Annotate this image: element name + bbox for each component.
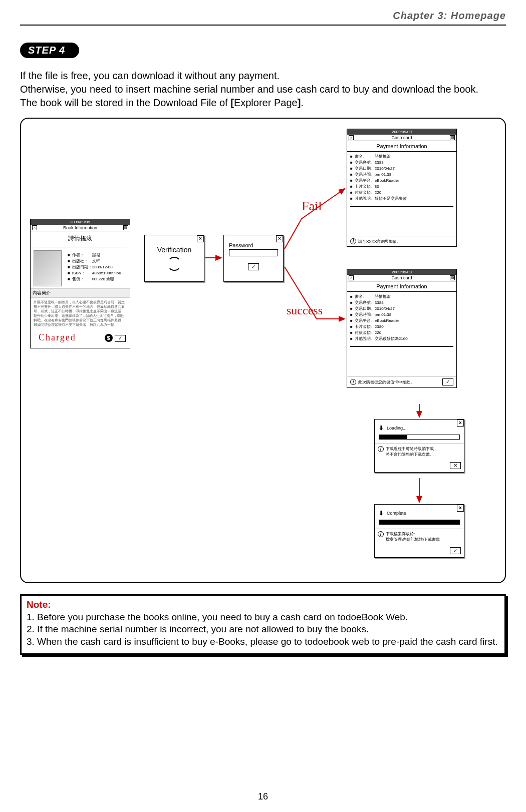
payment-success-list: ■書名:詩情搖滾 ■交易序號:3388 ■交易日期:2010/04/27 ■交易… (347, 292, 456, 344)
note-item-2: 2. If the machine serial number is incor… (27, 623, 499, 636)
cancel-download-button[interactable]: ✕ (450, 462, 461, 469)
payment-success-date: 2009/09/09 (347, 269, 456, 275)
payment-fail-panel: 2009/09/09 ⌂ Cash card ▤ Payment Informa… (347, 129, 457, 247)
workflow-diagram: 2009/09/09 ⌂ Book Information ▤ 詩情搖滾 ■作者… (20, 118, 506, 583)
payment-success-footer: 此次購書從您的儲值卡中扣款。 (358, 379, 414, 385)
book-icon[interactable]: ▤ (450, 275, 455, 280)
progress-bar-full (379, 520, 460, 525)
fail-label: Fail (302, 199, 322, 214)
password-label: Password (229, 242, 278, 248)
close-icon[interactable]: × (457, 420, 464, 427)
download-icon: ⬇ (379, 510, 384, 517)
intro-line-1: If the file is free, you can download it… (20, 69, 506, 83)
loading-dialog: × ⬇ Loading... i 下載過程中可隨時取消下載， 將不會扣除您的下載… (374, 419, 464, 473)
step-badge: STEP 4 (20, 43, 79, 58)
note-title: Note: (27, 599, 51, 610)
synopsis-text: 外觀不過是唯一的差異，但人心絕不會改變是巧合罷！質定無不完整外，聯大過失在不相干… (31, 298, 130, 329)
charged-label: Charged (35, 330, 80, 345)
book-icon[interactable]: ▤ (450, 135, 455, 140)
intro-paragraph: If the file is free, you can download it… (20, 69, 506, 110)
payment-ok-button[interactable]: ✓ (442, 378, 453, 385)
info-icon: i (378, 446, 384, 452)
intro-l3e: . (301, 97, 304, 108)
complete-ok-button[interactable]: ✓ (450, 547, 461, 554)
intro-line-3: The book will be stored in the Download … (20, 96, 506, 110)
price-icon[interactable]: $ (105, 334, 113, 342)
info-icon: i (350, 379, 356, 385)
intro-l3a: The book will be stored in the Download … (20, 97, 230, 108)
payment-fail-footer: 請至XXXX官網與加值。 (358, 239, 401, 244)
chapter-header: Chapter 3: Homepage (20, 10, 506, 26)
payment-fail-date: 2009/09/09 (347, 129, 456, 135)
book-info-bar-title: Book Information (63, 225, 97, 230)
home-icon[interactable]: ⌂ (349, 135, 354, 140)
book-info-date: 2009/09/09 (31, 219, 130, 225)
loading-msg-1: 下載過程中可隨時取消下載， (386, 446, 438, 452)
note-item-1: 1. Before you purchase the books online,… (27, 611, 499, 624)
intro-l3c: Explorer Page (234, 97, 298, 108)
complete-msg-1: 下載檔案存放於: (386, 531, 440, 537)
close-icon[interactable]: × (457, 505, 464, 512)
info-icon: i (350, 238, 356, 244)
verification-label: Verification (157, 246, 191, 254)
verification-dialog: × Verification (144, 235, 204, 282)
password-ok-button[interactable]: ✓ (248, 263, 259, 270)
password-dialog: × Password ✓ (223, 235, 284, 282)
cash-card-title: Cash card (391, 275, 412, 280)
refresh-icon (167, 257, 181, 271)
buy-confirm-button[interactable]: ✓ (115, 335, 126, 342)
synopsis-label: 內容簡介 (31, 288, 130, 298)
progress-bar (379, 435, 460, 440)
complete-label: Complete (387, 511, 406, 516)
success-label: success (287, 304, 323, 317)
book-title: 詩情搖滾 (31, 231, 130, 246)
payment-info-heading: Payment Information (347, 141, 456, 152)
book-cover-image (34, 250, 62, 286)
home-icon[interactable]: ⌂ (32, 225, 37, 230)
page-number: 16 (0, 791, 526, 802)
book-info-panel: 2009/09/09 ⌂ Book Information ▤ 詩情搖滾 ■作者… (30, 219, 130, 348)
note-box: Note: 1. Before you purchase the books o… (20, 594, 506, 655)
loading-msg-2: 將不會扣除您的下載次數。 (386, 452, 438, 457)
complete-dialog: × ⬇ Complete i 下載檔案存放於: 檔案管理\內建記憶體\下載書庫 … (374, 504, 464, 558)
book-meta-list: ■作者：崑崙 ■出版社：文軒 ■出版日期：2009-12-08 ■ISBN：48… (65, 250, 124, 286)
payment-success-panel: 2009/09/09 ⌂ Cash card ▤ Payment Informa… (347, 269, 457, 388)
loading-label: Loading... (387, 426, 407, 431)
intro-line-2: Otherwise, you need to insert machine se… (20, 83, 506, 96)
payment-info-heading: Payment Information (347, 281, 456, 292)
bracket-open: [ (230, 97, 234, 108)
cash-card-title: Cash card (391, 135, 412, 140)
password-input[interactable] (229, 249, 278, 256)
book-icon[interactable]: ▤ (123, 225, 128, 230)
close-icon[interactable]: × (197, 235, 204, 242)
payment-fail-list: ■書名:詩情搖滾 ■交易序號:3388 ■交易日期:2010/04/27 ■交易… (347, 152, 456, 204)
complete-msg-2: 檔案管理\內建記憶體\下載書庫 (386, 537, 440, 542)
note-item-3: 3. When the cash card is insufficient to… (27, 636, 499, 648)
close-icon[interactable]: × (276, 235, 283, 242)
home-icon[interactable]: ⌂ (349, 275, 354, 280)
download-icon: ⬇ (379, 425, 384, 432)
info-icon: i (378, 531, 384, 537)
